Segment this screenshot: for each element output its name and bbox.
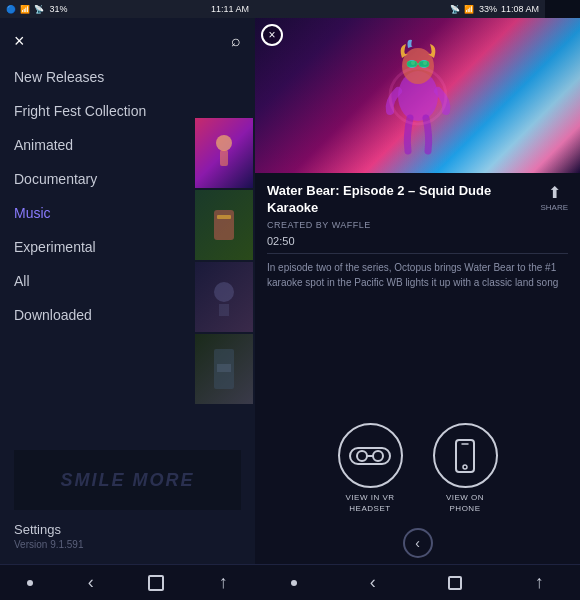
video-title: Water Bear: Episode 2 – Squid Dude Karao… [267,183,540,217]
sidebar-header: × ⌕ [0,28,255,60]
share-icon: ⬆ [548,183,561,202]
panel-close-button[interactable]: × [261,24,283,46]
bottom-nav-right: ‹ ↑ [255,564,580,600]
recents-nav-left[interactable] [148,575,164,591]
recents-nav-right[interactable] [448,576,462,590]
svg-point-9 [402,48,434,84]
version-label: Version 9.1.591 [14,539,241,550]
svg-point-0 [216,135,232,151]
hero-character [255,18,580,173]
svg-point-4 [214,282,234,302]
description: In episode two of the series, Octopus br… [267,260,568,290]
smile-more-text: SMILE MORE [60,470,194,491]
vr-headset-icon [348,442,392,470]
right-panel: × [255,18,580,564]
phone-icon [454,438,476,474]
panel-close-icon: × [268,28,275,42]
svg-rect-15 [419,61,429,67]
view-phone-button[interactable]: VIEW ON PHONE [433,423,498,514]
divider [267,253,568,254]
svg-rect-22 [456,440,474,472]
left-time: 11:11 AM [211,4,249,14]
view-buttons: VIEW IN VR HEADSET VIEW ON PHONE [255,409,580,524]
thumbnail-strip [195,118,255,404]
status-bars: 🔵 📶 📡 31% 11:11 AM 📡 📶 33% 11:08 AM [0,0,580,18]
creator-name: WAFFLE [332,220,371,230]
thumb-4[interactable] [195,334,253,404]
settings-section: Settings Version 9.1.591 [14,518,241,554]
svg-rect-5 [219,304,229,316]
phone-button-circle [433,423,498,488]
video-info: Water Bear: Episode 2 – Squid Dude Karao… [255,173,580,296]
back-arrow-row: ‹ [255,524,580,564]
view-vr-button[interactable]: VIEW IN VR HEADSET [338,423,403,514]
thumb-1[interactable] [195,118,253,188]
forward-nav-right[interactable]: ↑ [535,572,544,593]
share-button[interactable]: ⬆ SHARE [540,183,568,212]
share-label: SHARE [540,203,568,212]
sidebar-bottom: SMILE MORE Settings Version 9.1.591 [0,440,255,564]
sidebar: × ⌕ New Releases Fright Fest Collection … [0,18,255,564]
status-bar-left: 🔵 📶 📡 31% 11:11 AM [0,0,255,18]
left-status-icons: 🔵 📶 📡 [6,5,45,14]
hero-image: × [255,18,580,173]
video-title-row: Water Bear: Episode 2 – Squid Dude Karao… [267,183,568,217]
main-content: × ⌕ New Releases Fright Fest Collection … [0,18,580,564]
smile-more-area: SMILE MORE [14,450,241,510]
forward-nav-left[interactable]: ↑ [219,572,228,593]
nav-dot-right [291,580,297,586]
svg-rect-14 [407,61,417,67]
sidebar-item-new-releases[interactable]: New Releases [0,60,255,94]
back-nav-right[interactable]: ‹ [370,572,376,593]
phone-button-label: VIEW ON PHONE [446,493,484,514]
svg-rect-3 [217,215,231,219]
close-button[interactable]: × [14,32,25,50]
svg-point-20 [373,451,383,461]
settings-label[interactable]: Settings [14,522,241,537]
svg-rect-1 [220,150,228,166]
nav-dot-left [27,580,33,586]
thumb-2[interactable] [195,190,253,260]
thumb-3[interactable] [195,262,253,332]
back-arrow-button[interactable]: ‹ [403,528,433,558]
vr-button-label: VIEW IN VR HEADSET [345,493,394,514]
svg-rect-7 [217,364,231,372]
vr-button-circle [338,423,403,488]
right-time: 11:08 AM [501,4,539,14]
back-nav-left[interactable]: ‹ [88,572,94,593]
search-button[interactable]: ⌕ [231,32,241,50]
back-arrow-icon: ‹ [415,535,420,551]
creator-prefix: CREATED BY [267,220,329,230]
status-bar-right: 📡 📶 33% 11:08 AM [255,0,545,18]
bottom-nav-left: ‹ ↑ [0,564,255,600]
duration-label: 02:50 [267,235,568,247]
bottom-navbars: ‹ ↑ ‹ ↑ [0,564,580,600]
right-status-icons: 📡 📶 [450,5,475,14]
svg-rect-2 [214,210,234,240]
svg-point-19 [357,451,367,461]
svg-point-23 [463,465,467,469]
left-battery-percent: 31% [49,4,67,14]
right-battery-percent: 33% [479,4,497,14]
creator-label: CREATED BY WAFFLE [267,220,568,230]
